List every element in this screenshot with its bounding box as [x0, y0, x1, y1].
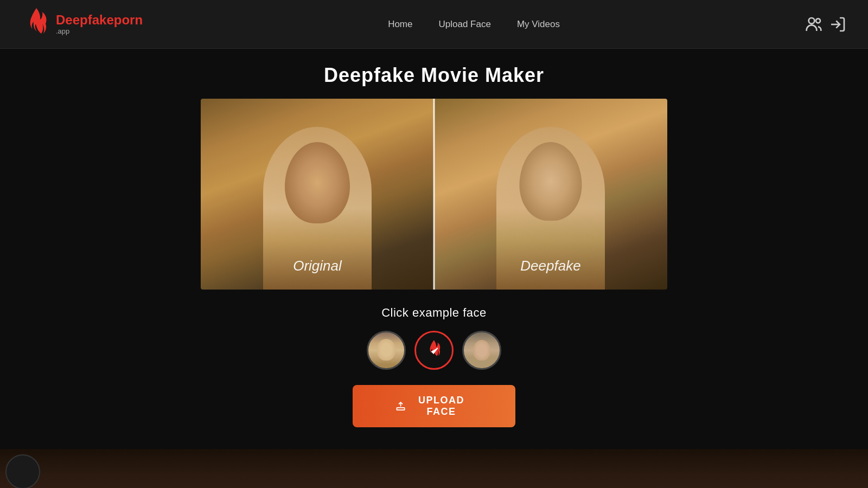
- video-comparison: Original Deepfake: [201, 99, 667, 290]
- upload-button-label: UPLOAD FACE: [411, 395, 472, 418]
- original-label: Original: [293, 258, 342, 274]
- main-content: Deepfake Movie Maker Original Deepfake C…: [0, 49, 868, 449]
- example-faces-title: Click example face: [381, 306, 487, 320]
- upload-icon: [396, 400, 405, 412]
- logo-flame-icon: [22, 5, 52, 43]
- example-faces-section: Click example face: [367, 306, 501, 370]
- video-deepfake: Deepfake: [434, 99, 667, 290]
- face-option-3[interactable]: [462, 331, 501, 370]
- svg-rect-3: [397, 408, 404, 410]
- face-option-2[interactable]: [414, 331, 454, 370]
- user-group-icon: [805, 16, 822, 33]
- main-nav: Home Upload Face My Videos: [388, 19, 560, 30]
- bottom-content-peek: [0, 449, 868, 488]
- video-original: Original: [201, 99, 434, 290]
- header: Deepfakeporn .app Home Upload Face My Vi…: [0, 0, 868, 49]
- nav-home[interactable]: Home: [388, 19, 412, 30]
- deepfake-label: Deepfake: [520, 258, 580, 274]
- logo-text: Deepfakeporn .app: [56, 13, 143, 35]
- login-icon: [829, 16, 846, 33]
- face-options: [367, 331, 501, 370]
- comparison-divider: [433, 99, 435, 290]
- svg-point-1: [816, 18, 820, 23]
- logo-name: Deepfakeporn: [56, 13, 143, 27]
- svg-point-0: [809, 18, 815, 24]
- logo-suffix: .app: [56, 28, 143, 35]
- center-logo-icon: [422, 338, 446, 362]
- login-button[interactable]: [829, 16, 846, 33]
- upload-face-button[interactable]: UPLOAD FACE: [353, 385, 515, 427]
- header-actions: [805, 16, 846, 33]
- nav-upload-face[interactable]: Upload Face: [438, 19, 490, 30]
- nav-my-videos[interactable]: My Videos: [517, 19, 560, 30]
- face-option-1[interactable]: [367, 331, 406, 370]
- user-account-button[interactable]: [805, 16, 822, 33]
- logo[interactable]: Deepfakeporn .app: [22, 5, 143, 43]
- page-title: Deepfake Movie Maker: [324, 64, 544, 87]
